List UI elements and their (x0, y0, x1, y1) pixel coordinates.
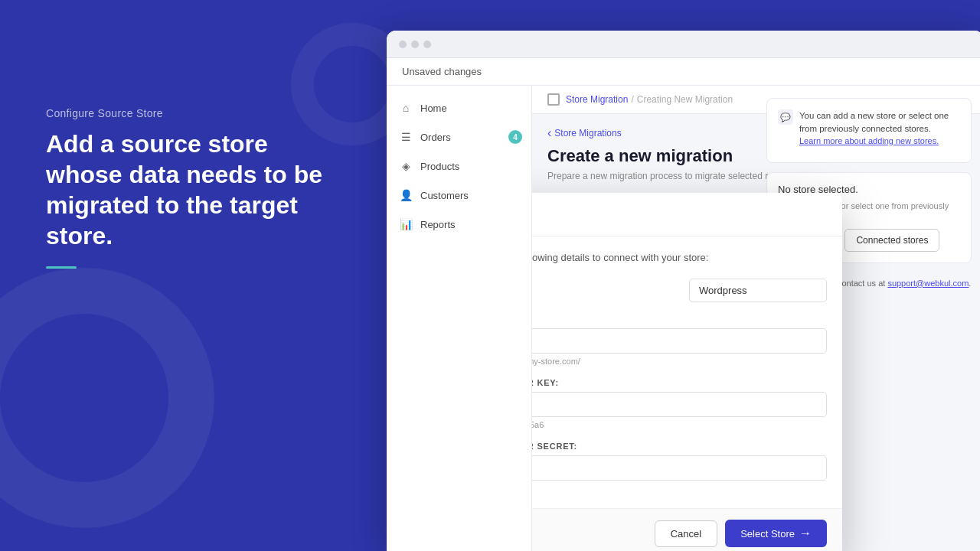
platform-group: PLATFORM: Wordpress Magento Shopify WooC… (532, 279, 827, 302)
sidebar-item-customers-label: Customers (420, 190, 469, 201)
contact-email[interactable]: support@webkul.com (887, 279, 969, 288)
sidebar-item-products[interactable]: ◈ Products (387, 152, 531, 181)
left-background (0, 0, 387, 551)
orders-icon: ☰ (399, 130, 413, 144)
browser-dot-3 (423, 41, 431, 48)
sidebar-item-reports[interactable]: 📊 Reports (387, 210, 531, 239)
host-hint: Example: https://www.my-store.com/ (532, 357, 827, 366)
unsaved-bar-text: Unsaved changes (402, 66, 482, 77)
info-icon: 💬 (778, 109, 793, 125)
modal-body: Please enter the following details to co… (532, 236, 842, 508)
info-text: You can add a new store or select one fr… (799, 109, 960, 136)
decorative-circle-large (0, 268, 214, 528)
browser-dot-2 (411, 41, 419, 48)
home-icon: ⌂ (399, 101, 413, 115)
platform-select[interactable]: Wordpress Magento Shopify WooCommerce (689, 279, 827, 302)
host-input[interactable] (532, 328, 827, 354)
host-group: Host: Example: https://www.my-store.com/ (532, 315, 827, 366)
modal-header: 🏪 Add Store (532, 193, 842, 236)
info-link[interactable]: Learn more about adding new stores. (799, 136, 960, 145)
sidebar-item-orders-label: Orders (420, 132, 451, 143)
oauth-secret-label: OAuth Consumer Secret: (532, 442, 827, 451)
info-box-body: You can add a new store or select one fr… (799, 109, 960, 145)
connected-stores-button[interactable]: Connected stores (844, 229, 939, 252)
breadcrumb-separator: / (631, 94, 633, 105)
oauth-key-group: OAuth Consumer Key: Example: ck_eb70...3… (532, 378, 827, 429)
unsaved-bar: Unsaved changes (387, 58, 980, 86)
breadcrumb-current: Creating New Migration (637, 94, 733, 105)
left-subtitle: Configure Source Store (46, 107, 337, 119)
sidebar: ⌂ Home ☰ Orders 4 ◈ Products 👤 Customers… (387, 86, 532, 551)
orders-badge: 4 (508, 130, 522, 144)
sidebar-item-reports-label: Reports (420, 219, 456, 230)
left-divider (46, 266, 77, 269)
oauth-key-label: OAuth Consumer Key: (532, 378, 827, 387)
select-store-arrow: → (799, 527, 812, 540)
left-main-title: Add a source store whose data needs to b… (46, 129, 337, 251)
modal-footer: Cancel Select Store → (532, 508, 842, 551)
customers-icon: 👤 (399, 188, 413, 202)
oauth-key-input[interactable] (532, 392, 827, 417)
sidebar-item-customers[interactable]: 👤 Customers (387, 181, 531, 210)
left-panel: Configure Source Store Add a source stor… (46, 107, 337, 269)
info-box-header: 💬 You can add a new store or select one … (778, 109, 960, 145)
oauth-secret-input[interactable] (532, 455, 827, 481)
sidebar-item-orders[interactable]: ☰ Orders 4 (387, 122, 531, 152)
app-body: ⌂ Home ☰ Orders 4 ◈ Products 👤 Customers… (387, 86, 980, 551)
info-box: 💬 You can add a new store or select one … (766, 98, 972, 163)
sidebar-item-home[interactable]: ⌂ Home (387, 93, 531, 122)
reports-icon: 📊 (399, 217, 413, 231)
cancel-button[interactable]: Cancel (655, 520, 717, 547)
main-content: Store Migration / Creating New Migration… (532, 86, 980, 551)
select-store-label: Select Store (740, 528, 795, 540)
browser-chrome (387, 31, 980, 58)
app-panel: Unsaved changes ⌂ Home ☰ Orders 4 ◈ Prod… (387, 31, 980, 551)
select-store-button[interactable]: Select Store → (725, 520, 827, 547)
browser-dot-1 (399, 41, 407, 48)
sidebar-item-home-label: Home (420, 103, 447, 114)
oauth-secret-group: OAuth Consumer Secret: (532, 442, 827, 481)
sidebar-item-products-label: Products (420, 161, 459, 172)
oauth-key-hint: Example: ck_eb70...315a6 (532, 420, 827, 429)
breadcrumb-link[interactable]: Store Migration (566, 94, 628, 105)
host-label: Host: (532, 315, 827, 324)
modal-intro: Please enter the following details to co… (532, 252, 827, 263)
add-store-modal: 🏪 Add Store Please enter the following d… (532, 193, 842, 551)
breadcrumb-icon (547, 93, 560, 106)
products-icon: ◈ (399, 159, 413, 173)
